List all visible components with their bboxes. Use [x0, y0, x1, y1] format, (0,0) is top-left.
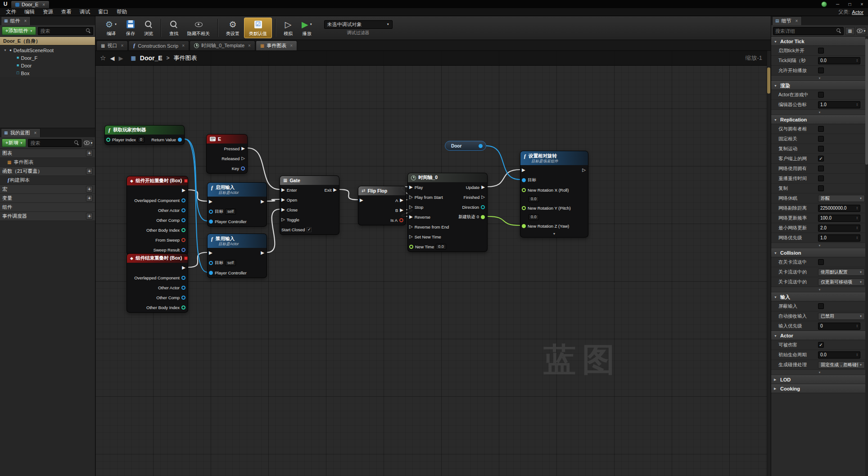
- graph-scrollbar-thumb[interactable]: [767, 67, 770, 94]
- pin-field[interactable]: 0.0: [529, 214, 539, 220]
- exec-pin-in-enable-input[interactable]: ▶: [209, 199, 212, 204]
- object-pin-out-end-overlap[interactable]: [181, 296, 185, 300]
- int-pin-out-end-overlap[interactable]: [181, 305, 185, 310]
- document-tab[interactable]: Door_E ×: [11, 0, 50, 8]
- node-flip-flop[interactable]: ⇄Flip Flop▶A▶B▶Is A: [358, 186, 406, 225]
- my-blueprint-section-6[interactable]: 组件: [0, 203, 95, 212]
- add-component-button[interactable]: +添加组件 ▼: [2, 27, 36, 35]
- float-pin-in-set-relative-rotation[interactable]: [522, 206, 526, 210]
- menu-item-帮助[interactable]: 帮助: [113, 9, 131, 14]
- add-button[interactable]: +: [86, 168, 93, 175]
- details-scrollbar-thumb[interactable]: [865, 39, 868, 165]
- bookmark-star-icon[interactable]: ☆: [100, 54, 106, 62]
- exec-pin-out-end-overlap[interactable]: ▶: [182, 265, 185, 270]
- exec-pin-out-set-relative-rotation[interactable]: ▷: [582, 168, 586, 172]
- exec-pin-in-set-relative-rotation[interactable]: ▶: [522, 168, 525, 172]
- property-number-field[interactable]: 1.0↕: [818, 234, 860, 242]
- node-set-relative-rotation[interactable]: ƒ设置相对旋转目标是场景组件▶▷目标New Rotation X (Roll)0…: [520, 151, 588, 238]
- tab-close-icon[interactable]: ×: [121, 43, 123, 48]
- property-checkbox[interactable]: [818, 185, 824, 191]
- property-checkbox[interactable]: [818, 126, 824, 132]
- exec-pin-out-gate[interactable]: ▶: [333, 188, 337, 192]
- pin-field[interactable]: 0.0: [529, 196, 539, 202]
- simulate-button[interactable]: ▷模拟: [279, 18, 297, 38]
- details-section-header-7[interactable]: ▶Cooking: [771, 384, 868, 393]
- property-checkbox[interactable]: [818, 136, 824, 142]
- property-dropdown[interactable]: 苏醒▼: [818, 195, 865, 202]
- section-expand-more[interactable]: ▼: [771, 287, 868, 292]
- property-number-field[interactable]: 0.0↕: [818, 351, 860, 359]
- menu-item-调试[interactable]: 调试: [76, 9, 94, 14]
- property-number-field[interactable]: 100.0↕: [818, 215, 860, 222]
- section-expand-more[interactable]: ▼: [771, 243, 868, 248]
- component-item-Box[interactable]: □Box: [0, 69, 95, 77]
- exec-pin-in-gate[interactable]: ▷: [281, 217, 285, 222]
- details-scrollbar[interactable]: [865, 37, 868, 476]
- node-get-player-controller[interactable]: ƒ获取玩家控制器Player Index0Return Value: [104, 125, 185, 145]
- tab-my-blueprint[interactable]: ▦ 我的蓝图 ×: [1, 128, 41, 137]
- object-pin-in-enable-input[interactable]: [209, 220, 213, 224]
- menu-item-文件[interactable]: 文件: [2, 9, 20, 14]
- tab-details[interactable]: ▤ 细节 ×: [772, 16, 802, 25]
- my-blueprint-section-7[interactable]: 事件调度器+: [0, 212, 95, 221]
- property-checkbox[interactable]: [818, 48, 824, 54]
- hide-unrelated-button[interactable]: 隐藏不相关: [183, 18, 214, 38]
- details-section-header-0[interactable]: ▼Actor Tick: [771, 37, 868, 46]
- property-number-field[interactable]: 0.0↕: [818, 57, 860, 64]
- object-pin-out-door-variable[interactable]: [479, 144, 483, 148]
- chevron-down-icon[interactable]: ▼: [310, 23, 312, 26]
- int-pin-out-begin-overlap[interactable]: [181, 228, 185, 232]
- node-gate[interactable]: ▦Gate▶EnterExit▶▶Open▶Close▷ToggleStart …: [280, 175, 339, 235]
- graph-tab-2[interactable]: 时间轴_0_Template×: [190, 40, 255, 50]
- exec-pin-out-begin-overlap[interactable]: ▶: [182, 188, 185, 193]
- section-expand-more[interactable]: ▼: [771, 370, 868, 375]
- class-defaults-button[interactable]: ☑类默认值: [244, 18, 272, 38]
- tab-close-icon[interactable]: ×: [290, 43, 293, 48]
- enum-pin-out-timeline-0[interactable]: [481, 205, 485, 209]
- exec-pin-out-key-e[interactable]: ▶: [241, 146, 245, 151]
- object-pin-in-set-relative-rotation[interactable]: [522, 178, 526, 182]
- spinner-icon[interactable]: ↕: [856, 103, 859, 107]
- compile-button[interactable]: ⚙▼编译: [101, 18, 122, 38]
- float-pin-out-timeline-0[interactable]: [481, 215, 485, 219]
- browse-button[interactable]: 浏览: [140, 18, 158, 38]
- pin-checkbox[interactable]: ✓: [307, 227, 312, 232]
- spinner-icon[interactable]: ↕: [856, 236, 859, 240]
- object-pin-in-enable-input[interactable]: [209, 210, 213, 214]
- components-search-input[interactable]: [40, 28, 85, 34]
- blueprint-graph[interactable]: 蓝图 ƒ获取玩家控制器Player Index0Return ValueEPre…: [95, 51, 771, 476]
- add-button[interactable]: +: [86, 195, 93, 202]
- add-button[interactable]: +: [86, 150, 93, 157]
- exec-pin-in-flip-flop[interactable]: ▶: [360, 198, 363, 202]
- component-item-Door[interactable]: ■Door: [0, 62, 95, 69]
- exec-pin-in-timeline-0[interactable]: ▶: [409, 185, 413, 189]
- float-pin-in-set-relative-rotation[interactable]: [522, 188, 526, 192]
- breadcrumb-root[interactable]: Door_E: [140, 54, 163, 62]
- property-checkbox[interactable]: [818, 67, 824, 73]
- object-pin-out-get-player-controller[interactable]: [178, 138, 182, 142]
- class-settings-button[interactable]: ⚙类设置: [222, 18, 244, 38]
- back-arrow-icon[interactable]: ◀: [110, 55, 114, 62]
- property-dropdown[interactable]: 已禁用▼: [818, 313, 865, 320]
- property-dropdown[interactable]: 仅更新可移动项▼: [818, 278, 865, 286]
- close-icon[interactable]: ×: [24, 18, 27, 23]
- component-item-Door_F[interactable]: ■Door_F: [0, 54, 95, 62]
- new-item-button[interactable]: +新增 ▼: [2, 139, 26, 147]
- chevron-down-icon[interactable]: ▼: [114, 23, 117, 26]
- tab-close-icon[interactable]: ×: [248, 43, 251, 48]
- spinner-icon[interactable]: ↕: [856, 324, 859, 328]
- node-enable-input[interactable]: ƒ启用输入目标是Actor▶▶目标selfPlayer Controller: [207, 182, 267, 227]
- spinner-icon[interactable]: ↕: [856, 216, 859, 220]
- object-pin-in-disable-input[interactable]: [209, 271, 213, 275]
- exec-pin-in-timeline-0[interactable]: ▶: [409, 215, 413, 219]
- save-button[interactable]: 保存: [122, 18, 140, 38]
- details-section-header-6[interactable]: ▶LOD: [771, 375, 868, 384]
- pin-field[interactable]: 0: [138, 137, 145, 143]
- exec-pin-out-key-e[interactable]: ▷: [241, 156, 245, 161]
- object-pin-in-disable-input[interactable]: [209, 261, 213, 265]
- add-button[interactable]: +: [86, 213, 93, 220]
- exec-pin-in-timeline-0[interactable]: ▷: [409, 225, 413, 229]
- exec-pin-in-gate[interactable]: ▶: [281, 198, 285, 202]
- close-icon[interactable]: ×: [34, 130, 37, 135]
- property-number-field[interactable]: 1.0↕: [818, 101, 860, 108]
